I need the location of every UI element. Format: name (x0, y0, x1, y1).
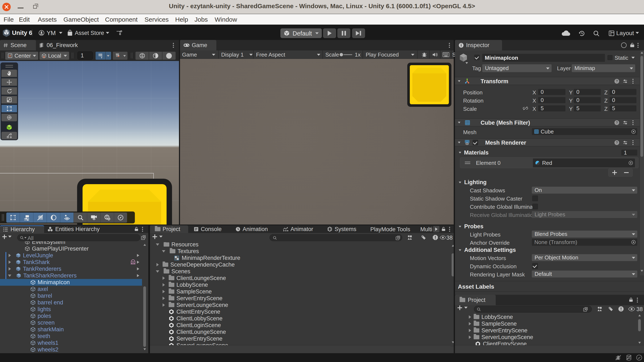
svg-text:Y: Y (100, 56, 102, 59)
svg-text:?: ? (616, 141, 618, 144)
svg-text:?: ? (616, 121, 618, 124)
svg-text:?: ? (616, 80, 618, 83)
